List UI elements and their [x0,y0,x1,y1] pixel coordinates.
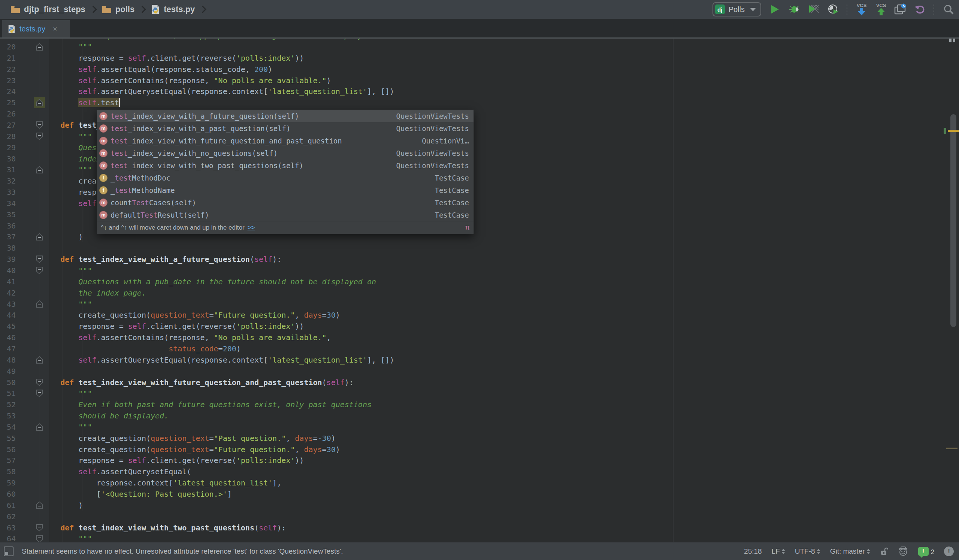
code-line[interactable]: 21 response = self.client.get(reverse('p… [0,52,959,64]
code-line[interactable]: 51 """ [0,388,959,399]
completion-item[interactable]: mtest_index_view_with_two_past_questions… [97,159,473,172]
code-line[interactable]: 61 ) [0,500,959,511]
code-editor[interactable]: If no questions exist, an appropriate me… [0,38,959,542]
code-line[interactable]: 56 create_question(question_text="Future… [0,444,959,455]
breadcrumb-file[interactable]: tests.py [151,5,195,14]
write-access-lock-icon[interactable] [880,547,888,556]
toolwindow-toggle-icon[interactable] [4,547,13,556]
completion-item[interactable]: mtest_index_view_with_no_questions(self)… [97,147,473,159]
fold-start-icon[interactable] [36,379,43,386]
fold-start-icon[interactable] [36,256,43,263]
completion-item[interactable]: f_testMethodDocTestCase [97,172,473,184]
code-line[interactable]: 24 self.assertQuerysetEqual(response.con… [0,86,959,97]
code-line[interactable]: 44 create_question(question_text="Future… [0,309,959,321]
code-line[interactable]: 63 def test_index_view_with_two_past_que… [0,522,959,533]
line-number: 29 [3,142,16,153]
code-line[interactable]: 54 """ [0,422,959,433]
code-line[interactable]: 25 self.test [0,97,959,108]
code-line[interactable]: 50 def test_index_view_with_future_quest… [0,377,959,388]
run-button[interactable] [769,3,781,16]
event-log-notification[interactable]: ! 2 [918,547,934,556]
debug-button[interactable] [788,3,800,16]
code-line[interactable]: 46 self.assertContains(response, "No pol… [0,332,959,343]
fold-end-icon[interactable] [36,356,43,364]
code-line[interactable]: 53 should be displayed. [0,410,959,422]
hector-inspections-icon[interactable] [898,546,908,557]
method-icon: m [99,211,108,219]
fold-end-icon[interactable] [36,301,43,308]
completion-item-name: test_index_view_with_a_future_question(s… [110,112,299,120]
code-line[interactable]: 23 self.assertContains(response, "No pol… [0,75,959,86]
profiler-button[interactable] [827,3,839,16]
git-branch-widget[interactable]: Git: master [830,547,870,555]
local-history-button[interactable] [895,3,906,16]
code-line[interactable]: 59 response.context['latest_question_lis… [0,477,959,488]
fold-start-icon[interactable] [36,535,43,542]
fold-end-icon[interactable] [36,43,43,51]
code-line[interactable]: 52 Even if both past and future question… [0,399,959,410]
toolbar-separator [847,4,848,15]
code-line[interactable]: 47 status_code=200) [0,343,959,354]
search-everywhere-button[interactable] [943,3,954,16]
vcs-commit-button[interactable]: VCS [875,3,887,16]
code-line[interactable]: 64 """ [0,533,959,542]
breadcrumb-project[interactable]: djtp_first_steps [11,5,85,14]
code-line[interactable]: 60 ['<Question: Past question.>'] [0,488,959,500]
code-line[interactable]: 49 [0,366,959,377]
completion-item[interactable]: mtest_index_view_with_future_question_an… [97,134,473,147]
code-line[interactable]: 45 response = self.client.get(reverse('p… [0,321,959,332]
code-line[interactable]: 48 self.assertQuerysetEqual(response.con… [0,354,959,366]
fold-end-icon[interactable] [36,166,43,173]
stripe-mark-warning[interactable] [948,130,959,132]
chevron-right-icon [89,6,97,13]
completion-item[interactable]: mdefaultTestResult(self)TestCase [97,208,473,221]
completion-item[interactable]: mcountTestCases(self)TestCase [97,196,473,208]
completion-item-origin: QuestionVi… [414,137,469,145]
ide-error-icon[interactable]: ! [944,547,954,556]
completion-hint-link[interactable]: >> [248,224,255,231]
vcs-update-button[interactable]: VCS [855,3,868,16]
fold-end-icon[interactable] [36,233,43,240]
fold-end-icon[interactable] [36,501,43,509]
encoding-widget[interactable]: UTF-8 [795,547,820,555]
django-icon: dj [715,5,725,14]
fold-start-icon[interactable] [36,390,43,397]
code-line[interactable]: 57 response = self.client.get(reverse('p… [0,455,959,466]
line-number: 61 [3,500,16,511]
tab-close-icon[interactable]: × [53,25,57,33]
run-configuration-select[interactable]: dj Polls [712,2,761,16]
fold-start-icon[interactable] [36,524,43,531]
tab-tests-py[interactable]: tests.py × [2,20,70,37]
scrollbar-thumb[interactable] [950,114,956,327]
inspection-indicator-icon[interactable] [948,38,955,44]
run-with-coverage-button[interactable] [808,3,820,16]
stripe-mark-green[interactable] [944,128,946,134]
code-line[interactable]: 40 """ [0,265,959,276]
fold-start-icon[interactable] [36,267,43,274]
stripe-mark-weak-warning[interactable] [946,448,957,449]
line-number: 39 [3,254,16,265]
code-line[interactable]: 55 create_question(question_text="Past q… [0,433,959,444]
code-line[interactable]: 42 the index page. [0,287,959,299]
breadcrumb-folder[interactable]: polls [102,5,134,14]
fold-start-icon[interactable] [36,133,43,140]
code-line[interactable]: 41 Questions with a pub_date in the futu… [0,276,959,287]
line-ending-widget[interactable]: LF [772,547,785,555]
completion-item[interactable]: mtest_index_view_with_a_future_question(… [97,110,473,122]
caret-position-widget[interactable]: 25:18 [744,547,762,555]
code-line[interactable]: 38 [0,242,959,254]
fold-end-icon[interactable] [36,99,43,107]
rollback-button[interactable] [914,3,926,16]
code-line[interactable]: 22 self.assertEqual(response.status_code… [0,64,959,75]
fold-start-icon[interactable] [36,121,43,129]
code-line[interactable]: 58 self.assertQuerysetEqual( [0,466,959,477]
code-line[interactable]: 39 def test_index_view_with_a_future_que… [0,254,959,265]
code-line[interactable]: 62 [0,511,959,522]
completion-item[interactable]: f_testMethodNameTestCase [97,184,473,196]
completion-item-name: _testMethodName [110,186,175,194]
completion-item-name: defaultTestResult(self) [110,211,209,219]
code-line[interactable]: 20 """ [0,41,959,52]
fold-end-icon[interactable] [36,423,43,431]
completion-item[interactable]: mtest_index_view_with_a_past_question(se… [97,122,473,134]
code-line[interactable]: 43 """ [0,299,959,310]
